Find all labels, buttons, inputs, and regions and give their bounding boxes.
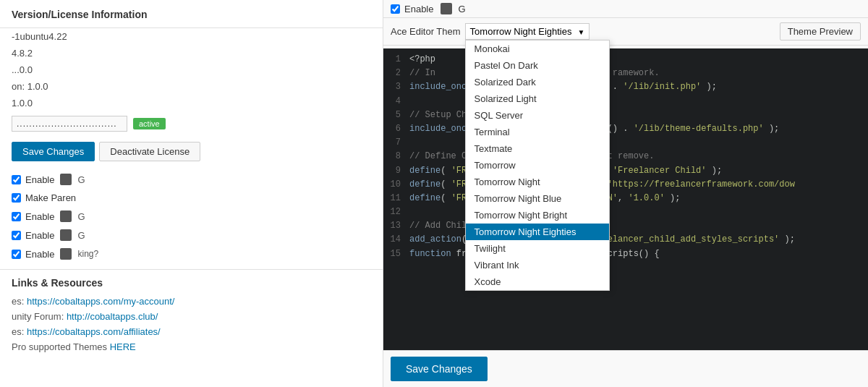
code-line-8: 8 // Define Child Theme constants. Do no… — [383, 150, 868, 163]
checkbox-1-extra: G — [77, 174, 85, 185]
code-line-13: 13 // Add Child Theme styles and scripts… — [383, 219, 868, 233]
code-line-5: 5 // Setup Child Theme. — [383, 109, 868, 122]
bottom-bar: Save Changes — [383, 350, 868, 387]
action-buttons: Save Changes Deactivate License — [0, 136, 383, 170]
theme-option-pastel-on-dark[interactable]: Pastel On Dark — [466, 57, 609, 74]
checkbox-row-1: Enable G — [0, 170, 383, 189]
theme-preview-button[interactable]: Theme Preview — [780, 22, 861, 41]
theme-option-tomorrow-night-eighties[interactable]: Tomorrow Night Eighties — [466, 224, 609, 240]
plugin-icon-3 — [60, 210, 72, 222]
status-badge: active — [133, 118, 166, 129]
theme-dropdown-trigger[interactable]: Tomorrow Night Eighties ▼ — [465, 23, 590, 40]
version-row-5: 1.0.0 — [0, 95, 383, 111]
link-4-text: Pro supported Themes — [12, 341, 110, 352]
code-line-14: 14 add_action( 'wp_enqueue_scripts', 'fr… — [383, 233, 868, 247]
code-line-4: 4 — [383, 95, 868, 109]
version-value-3: ...0.0 — [12, 64, 33, 75]
link-4[interactable]: HERE — [110, 341, 136, 352]
code-line-15: 15 function freelancer_child_add_styles_… — [383, 247, 868, 261]
theme-dropdown-value: Tomorrow Night Eighties — [470, 26, 572, 37]
code-line-2: 2 // In ramework. — [383, 67, 868, 80]
checkbox-row-2: Make Paren — [0, 189, 383, 207]
left-panel: Version/License Information -1ubuntu4.22… — [0, 0, 383, 387]
checkbox-2-label: Make Paren — [25, 192, 76, 203]
checkbox-3[interactable] — [12, 212, 21, 221]
theme-option-vibrant-ink[interactable]: Vibrant Ink — [466, 257, 609, 273]
version-row-3: ...0.0 — [0, 61, 383, 78]
checkbox-row-3: Enable G — [0, 207, 383, 226]
version-row-4: on: 1.0.0 — [0, 78, 383, 95]
code-line-12: 12 — [383, 205, 868, 219]
theme-option-terminal[interactable]: Terminal — [466, 124, 609, 140]
license-key-input[interactable] — [12, 116, 127, 132]
plugin-icon-1 — [60, 174, 72, 185]
code-line-3: 3 include_once( get_template_directory()… — [383, 80, 868, 94]
plugin-icon-4 — [60, 229, 72, 241]
link-row-3: es: https://cobaltapps.com/affiliates/ — [12, 326, 371, 337]
theme-option-solarized-light[interactable]: Solarized Light — [466, 90, 609, 107]
ace-theme-label: Ace Editor Them — [391, 26, 461, 37]
code-line-9: 9 define( 'FREELANCER_CHILD_THEME_NAME',… — [383, 164, 868, 178]
code-line-10: 10 define( 'FREELANCER_CHILD_THEME_URL',… — [383, 178, 868, 192]
right-cb-1-extra: G — [458, 4, 465, 14]
checkbox-row-4: Enable G — [0, 226, 383, 244]
checkbox-4[interactable] — [12, 231, 21, 240]
checkbox-5[interactable] — [12, 250, 21, 259]
ace-editor-toolbar: Ace Editor Them Tomorrow Night Eighties … — [383, 18, 868, 46]
theme-option-textmate[interactable]: Textmate — [466, 140, 609, 157]
chevron-down-icon: ▼ — [578, 27, 585, 35]
code-lines: 1 <?php 2 // In ramework. 3 include_once… — [383, 48, 868, 350]
save-changes-button[interactable]: Save Changes — [12, 142, 95, 161]
theme-option-sql-server[interactable]: SQL Server — [466, 107, 609, 124]
save-changes-bottom-button[interactable]: Save Changes — [391, 357, 488, 381]
checkbox-1[interactable] — [12, 175, 21, 184]
right-cb-1-label: Enable — [404, 4, 433, 14]
right-cb-1[interactable] — [391, 4, 400, 14]
checkbox-5-label: Enable — [25, 249, 54, 260]
plugin-icon-5 — [60, 248, 72, 260]
license-key-row: active — [0, 111, 383, 136]
link-1[interactable]: https://cobaltapps.com/my-account/ — [27, 296, 174, 307]
theme-option-monokai[interactable]: Monokai — [466, 41, 609, 57]
theme-dropdown-container[interactable]: Tomorrow Night Eighties ▼ Monokai Pastel… — [465, 23, 590, 40]
code-line-6: 6 include_once( get_stylesheet_directory… — [383, 122, 868, 136]
checkbox-2[interactable] — [12, 193, 21, 203]
checkbox-3-label: Enable — [25, 211, 54, 222]
right-panel: Enable G Ace Editor Them Tomorrow Night … — [383, 0, 868, 387]
link-2-prefix: unity Forum: — [12, 311, 64, 322]
links-title: Links & Resources — [12, 277, 371, 289]
code-line-1: 1 <?php — [383, 53, 868, 67]
checkbox-3-extra: G — [77, 211, 85, 222]
version-row-2: 4.8.2 — [0, 45, 383, 61]
checkbox-4-extra: G — [77, 230, 85, 241]
checkbox-row-5: Enable king? — [0, 244, 383, 263]
right-toolbar: Enable G — [383, 0, 868, 18]
theme-option-tomorrow-night-bright[interactable]: Tomorrow Night Bright — [466, 207, 609, 224]
right-icon-1 — [441, 3, 452, 14]
link-1-prefix: es: — [12, 296, 24, 307]
checkbox-4-label: Enable — [25, 230, 54, 241]
theme-option-tomorrow-night[interactable]: Tomorrow Night — [466, 174, 609, 190]
theme-dropdown-menu: Monokai Pastel On Dark Solarized Dark So… — [465, 40, 610, 291]
link-row-4: Pro supported Themes HERE — [12, 341, 371, 352]
theme-option-tomorrow-night-blue[interactable]: Tomorrow Night Blue — [466, 190, 609, 207]
version-value-5: 1.0.0 — [12, 98, 33, 109]
code-line-11: 11 define( 'FREELANCER_CHILD_THEME_VERSI… — [383, 192, 868, 205]
version-value-2: 4.8.2 — [12, 48, 33, 59]
version-section-title: Version/License Information — [0, 0, 383, 28]
right-checkbox-1: Enable G — [391, 3, 466, 14]
link-2[interactable]: http://cobaltapps.club/ — [67, 311, 158, 322]
theme-option-solarized-dark[interactable]: Solarized Dark — [466, 74, 609, 90]
deactivate-license-button[interactable]: Deactivate License — [99, 142, 200, 161]
theme-option-twilight[interactable]: Twilight — [466, 240, 609, 257]
version-row-1: -1ubuntu4.22 — [0, 28, 383, 45]
version-value-4: on: 1.0.0 — [12, 81, 48, 92]
code-line-7: 7 — [383, 136, 868, 150]
code-editor: 1 <?php 2 // In ramework. 3 include_once… — [383, 48, 868, 350]
theme-option-xcode[interactable]: Xcode — [466, 273, 609, 290]
link-3[interactable]: https://cobaltapps.com/affiliates/ — [27, 326, 161, 337]
link-row-1: es: https://cobaltapps.com/my-account/ — [12, 296, 371, 307]
theme-option-tomorrow[interactable]: Tomorrow — [466, 157, 609, 174]
link-row-2: unity Forum: http://cobaltapps.club/ — [12, 311, 371, 322]
checkbox-5-extra: king? — [77, 249, 98, 259]
